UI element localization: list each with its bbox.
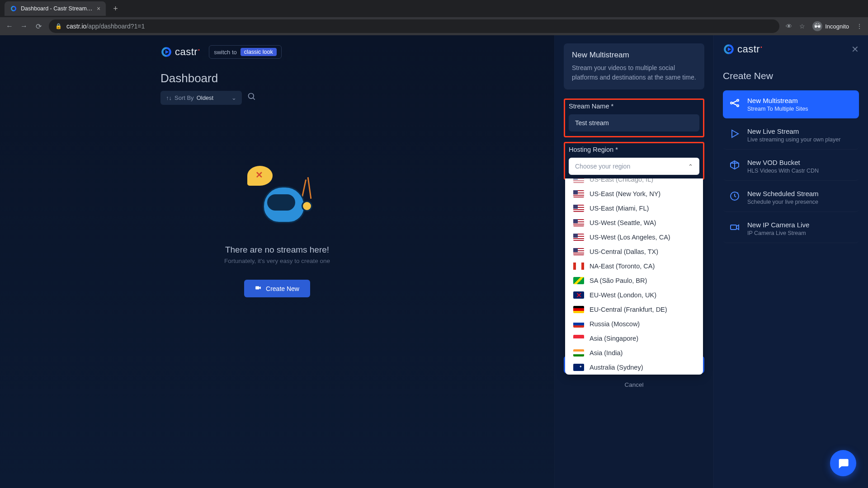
region-option[interactable]: US-East (Chicago, IL) — [565, 178, 703, 187]
region-label: NA-East (Toronto, CA) — [590, 263, 655, 270]
flag-icon — [573, 291, 584, 299]
region-label: EU-West (London, UK) — [590, 291, 656, 299]
tab-title: Dashboard - Castr Streams - C — [21, 5, 93, 12]
svg-point-7 — [737, 99, 739, 101]
create-option-scheduled[interactable]: New Scheduled StreamSchedule your live p… — [723, 183, 859, 212]
region-option[interactable]: EU-West (London, UK) — [565, 288, 703, 302]
create-btn-label: Create New — [266, 285, 299, 292]
star-icon[interactable]: ☆ — [799, 23, 805, 30]
region-option[interactable]: NA-East (Toronto, CA) — [565, 259, 703, 273]
option-subtitle: HLS Videos With Castr CDN — [747, 168, 853, 174]
reload-icon[interactable]: ⟳ — [34, 22, 42, 31]
region-option[interactable]: US-West (Seattle, WA) — [565, 216, 703, 230]
region-label: Asia (Singapore) — [590, 335, 638, 342]
hosting-region-label: Hosting Region * — [569, 146, 699, 153]
sort-select[interactable]: ↑↓ Sort By Oldest ⌄ — [160, 91, 242, 105]
panel-brand-name: castr• — [737, 43, 762, 55]
create-new-button[interactable]: Create New — [244, 280, 310, 297]
region-option[interactable]: US-East (Miami, FL) — [565, 201, 703, 216]
stream-name-highlight: Stream Name * — [564, 99, 704, 137]
ipcam-icon — [729, 222, 740, 233]
option-subtitle: Live streaming using your own player — [747, 136, 853, 143]
browser-right-icons: 👁 ☆ 🕶 Incognito ⋮ — [786, 21, 863, 31]
region-label: US-Central (Dallas, TX) — [590, 248, 658, 255]
region-label: SA (São Paulo, BR) — [590, 277, 647, 284]
tab-favicon-icon — [10, 5, 17, 12]
app-root: castr• switch to classic look Dashboard … — [0, 35, 868, 488]
region-option[interactable]: US-Central (Dallas, TX) — [565, 244, 703, 259]
multistream-icon — [729, 98, 740, 108]
lock-icon: 🔒 — [55, 23, 62, 29]
flag-icon — [573, 219, 584, 226]
region-option[interactable]: US-East (New York, NY) — [565, 187, 703, 201]
region-label: US-East (New York, NY) — [590, 190, 660, 197]
region-option[interactable]: US-West (Los Angeles, CA) — [565, 230, 703, 244]
flag-icon — [573, 349, 584, 357]
create-option-live[interactable]: New Live StreamLive streaming using your… — [723, 121, 859, 150]
incognito-badge[interactable]: 🕶 Incognito — [812, 21, 849, 31]
region-label: US-West (Los Angeles, CA) — [590, 234, 670, 241]
tab-close-icon[interactable]: × — [97, 5, 100, 12]
page-title: Dashboard — [0, 63, 554, 91]
empty-state: There are no streams here! Fortunately, … — [0, 159, 554, 297]
chevron-up-icon: ⌃ — [688, 163, 693, 170]
create-option-multistream[interactable]: New MultistreamStream To Multiple Sites — [723, 90, 859, 118]
forward-icon[interactable]: → — [20, 22, 28, 30]
region-option[interactable]: SA (São Paulo, BR) — [565, 273, 703, 288]
browser-chrome: Dashboard - Castr Streams - C × + ← → ⟳ … — [0, 0, 868, 35]
eye-off-icon[interactable]: 👁 — [786, 23, 792, 30]
option-subtitle: IP Camera Live Stream — [747, 230, 853, 236]
svg-point-1 — [249, 94, 254, 99]
svg-line-2 — [253, 98, 255, 100]
logo-mark-icon — [723, 43, 735, 55]
empty-state-illustration — [227, 159, 327, 231]
region-label: EU-Central (Frankfurt, DE) — [590, 306, 667, 313]
flag-icon — [573, 234, 584, 241]
region-label: US-East (Chicago, IL) — [590, 178, 653, 183]
region-option[interactable]: Asia (India) — [565, 346, 703, 360]
cancel-link[interactable]: Cancel — [564, 381, 704, 388]
form-description: Stream your videos to multiple social pl… — [572, 63, 696, 82]
stream-name-input[interactable] — [569, 114, 699, 131]
browser-tab[interactable]: Dashboard - Castr Streams - C × — [5, 1, 106, 16]
flag-icon — [573, 320, 584, 328]
region-option[interactable]: Russia (Moscow) — [565, 317, 703, 331]
flag-icon — [573, 263, 584, 270]
incognito-icon: 🕶 — [812, 21, 822, 31]
flag-icon — [573, 364, 584, 371]
chevron-down-icon: ⌄ — [231, 94, 236, 101]
flag-icon — [573, 306, 584, 313]
sort-value: Oldest — [197, 94, 214, 101]
create-panel-title: Create New — [723, 70, 859, 81]
hosting-region-highlight: Hosting Region * Choose your region ⌃ US… — [564, 142, 704, 180]
region-placeholder: Choose your region — [575, 163, 630, 170]
brand-logo[interactable]: castr• — [160, 46, 200, 58]
create-option-ipcam[interactable]: New IP Camera LiveIP Camera Live Stream — [723, 215, 859, 243]
kebab-menu-icon[interactable]: ⋮ — [856, 23, 863, 30]
new-tab-button[interactable]: + — [113, 4, 118, 14]
create-option-vod[interactable]: New VOD BucketHLS Videos With Castr CDN — [723, 152, 859, 181]
option-subtitle: Stream To Multiple Sites — [747, 106, 853, 112]
switch-classic-button[interactable]: switch to classic look — [209, 45, 282, 59]
search-icon[interactable] — [247, 92, 256, 103]
camera-icon — [255, 285, 261, 292]
region-dropdown-list: US-East (Chicago, IL)US-East (New York, … — [565, 178, 703, 375]
create-new-panel: castr• ✕ Create New New MultistreamStrea… — [713, 35, 868, 488]
address-bar: ← → ⟳ 🔒 castr.io/app/dashboard?1=1 👁 ☆ 🕶… — [0, 17, 868, 35]
option-title: New IP Camera Live — [747, 221, 853, 229]
close-panel-icon[interactable]: ✕ — [851, 44, 859, 55]
hosting-region-select[interactable]: Choose your region ⌃ — [569, 158, 699, 175]
logo-mark-icon — [160, 46, 172, 58]
url-input[interactable]: 🔒 castr.io/app/dashboard?1=1 — [49, 19, 779, 33]
flag-icon — [573, 205, 584, 212]
flag-icon — [573, 178, 584, 183]
chat-fab-button[interactable] — [830, 450, 856, 476]
create-panel-header: castr• ✕ — [723, 43, 859, 55]
region-option[interactable]: Asia (Singapore) — [565, 331, 703, 346]
back-icon[interactable]: ← — [5, 22, 14, 30]
brand-name: castr• — [175, 46, 200, 58]
region-option[interactable]: Australia (Sydney) — [565, 360, 703, 375]
region-option[interactable]: EU-Central (Frankfurt, DE) — [565, 302, 703, 317]
region-label: Russia (Moscow) — [590, 320, 640, 328]
svg-rect-11 — [731, 225, 736, 230]
